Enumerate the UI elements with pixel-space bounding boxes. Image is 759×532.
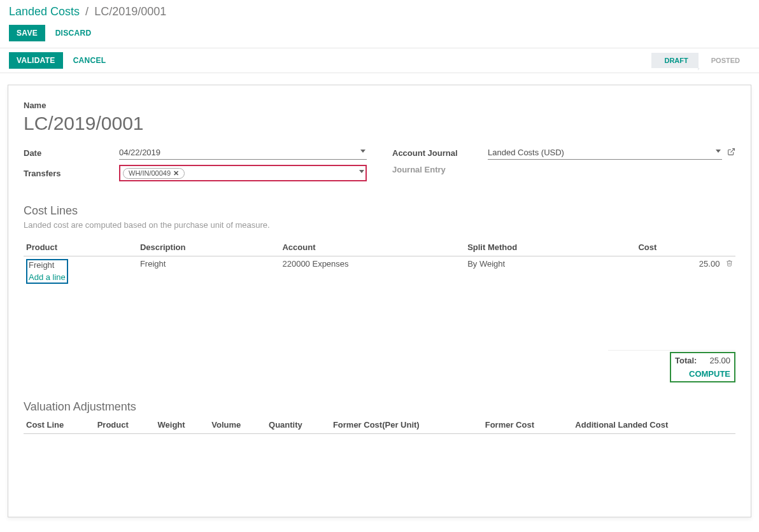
- status-draft[interactable]: DRAFT: [651, 53, 698, 68]
- chevron-down-icon: [716, 150, 721, 153]
- th-account[interactable]: Account: [280, 239, 465, 256]
- th-former-unit[interactable]: Former Cost(Per Unit): [330, 416, 483, 434]
- cell-split-method[interactable]: By Weight: [465, 256, 635, 287]
- status-posted[interactable]: POSTED: [699, 53, 750, 68]
- chevron-down-icon: [359, 170, 364, 173]
- compute-button[interactable]: COMPUTE: [675, 369, 730, 379]
- th-former-cost[interactable]: Former Cost: [483, 416, 573, 434]
- cell-account[interactable]: 220000 Expenses: [280, 256, 465, 287]
- transfer-tag[interactable]: WH/IN/00049 ✕: [123, 168, 185, 179]
- svg-line-0: [730, 149, 734, 153]
- date-field[interactable]: 04/22/2019: [119, 146, 367, 160]
- valuation-title: Valuation Adjustments: [24, 400, 735, 414]
- trash-icon[interactable]: [722, 259, 733, 269]
- statusbar: VALIDATE CANCEL DRAFT POSTED: [0, 48, 759, 73]
- th-costline[interactable]: Cost Line: [24, 416, 95, 434]
- add-a-line[interactable]: Add a line: [29, 272, 66, 282]
- th-volume[interactable]: Volume: [209, 416, 266, 434]
- validate-button[interactable]: VALIDATE: [9, 52, 63, 69]
- th-description[interactable]: Description: [138, 239, 280, 256]
- th-quantity[interactable]: Quantity: [266, 416, 330, 434]
- form-sheet: Name LC/2019/0001 Date 04/22/2019 Transf…: [8, 85, 751, 517]
- breadcrumb-current: LC/2019/0001: [94, 5, 166, 18]
- th-split-method[interactable]: Split Method: [465, 239, 635, 256]
- total-value: 25.00: [709, 356, 730, 365]
- breadcrumb-root[interactable]: Landed Costs: [9, 5, 80, 18]
- cell-description[interactable]: Freight: [138, 256, 280, 287]
- cancel-button[interactable]: CANCEL: [66, 52, 114, 69]
- journal-entry-label: Journal Entry: [392, 165, 488, 174]
- chevron-down-icon: [360, 150, 365, 153]
- transfers-field[interactable]: WH/IN/00049 ✕: [119, 165, 367, 181]
- product-highlight: Freight Add a line: [26, 259, 68, 284]
- cost-lines-table: Product Description Account Split Method…: [24, 239, 735, 286]
- account-journal-value: Landed Costs (USD): [488, 148, 564, 157]
- cell-product[interactable]: Freight: [29, 260, 54, 270]
- date-label: Date: [24, 148, 119, 158]
- external-link-icon[interactable]: [722, 148, 735, 158]
- th-additional[interactable]: Additional Landed Cost: [572, 416, 735, 434]
- table-row[interactable]: Freight Add a line Freight 220000 Expens…: [24, 256, 735, 287]
- date-value: 04/22/2019: [119, 148, 160, 157]
- close-icon[interactable]: ✕: [173, 169, 179, 178]
- breadcrumb: Landed Costs / LC/2019/0001: [0, 0, 759, 21]
- th-cost[interactable]: Cost: [635, 239, 735, 256]
- record-title: LC/2019/0001: [24, 113, 735, 134]
- cell-cost[interactable]: 25.00: [699, 259, 720, 269]
- cost-lines-note: Landed cost are computed based on the pu…: [24, 220, 735, 230]
- name-label: Name: [24, 101, 735, 110]
- breadcrumb-sep: /: [85, 5, 89, 18]
- save-button[interactable]: SAVE: [9, 25, 45, 41]
- account-journal-field[interactable]: Landed Costs (USD): [488, 146, 722, 160]
- account-journal-label: Account Journal: [392, 148, 488, 158]
- th-val-product[interactable]: Product: [95, 416, 155, 434]
- totals-box: Total: 25.00 COMPUTE: [670, 352, 735, 382]
- transfers-label: Transfers: [24, 169, 119, 178]
- th-weight[interactable]: Weight: [155, 416, 209, 434]
- cost-lines-title: Cost Lines: [24, 204, 735, 218]
- th-product[interactable]: Product: [24, 239, 138, 256]
- transfer-tag-label: WH/IN/00049: [129, 169, 171, 177]
- valuation-table: Cost Line Product Weight Volume Quantity…: [24, 416, 735, 434]
- discard-button[interactable]: DISCARD: [48, 25, 99, 41]
- topbar: SAVE DISCARD: [0, 21, 759, 48]
- total-label: Total:: [675, 356, 697, 365]
- status-pills: DRAFT POSTED: [651, 53, 750, 68]
